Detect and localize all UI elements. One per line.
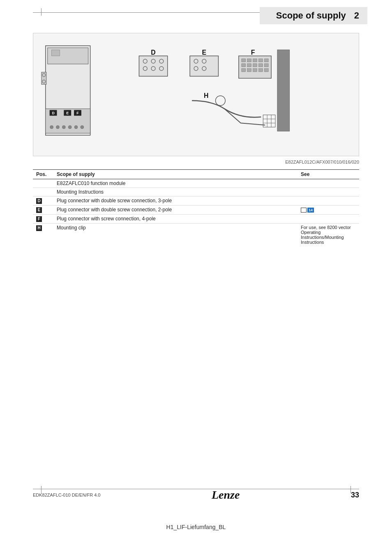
see-icon-blue: 14 [307, 208, 314, 213]
cell-see [297, 197, 359, 206]
svg-rect-41 [247, 64, 251, 67]
cell-description: Plug connector with screw connection, 4-… [53, 215, 297, 224]
svg-rect-43 [258, 64, 263, 67]
svg-rect-45 [242, 69, 246, 72]
cell-pos: H [33, 224, 53, 246]
cell-pos [33, 188, 53, 197]
cell-description: Plug connector with double screw connect… [53, 206, 297, 215]
table-row: EPlug connector with double screw connec… [33, 206, 359, 215]
main-content: D E F D [33, 33, 359, 246]
table-row: HMounting clipFor use, see 8200 vector O… [33, 224, 359, 246]
svg-text:F: F [76, 111, 79, 115]
svg-rect-48 [258, 69, 263, 72]
cell-pos: F [33, 215, 53, 224]
svg-point-11 [56, 125, 60, 129]
svg-rect-47 [253, 69, 257, 72]
table-row: Mounting Instructions [33, 188, 359, 197]
svg-rect-39 [264, 59, 268, 62]
col-see: See [297, 170, 359, 179]
footer-left: EDK82ZAFLC-010 DE/EN/FR 4.0 [33, 493, 100, 497]
page-number-header: 2 [354, 10, 359, 21]
svg-text:D: D [52, 111, 55, 115]
svg-point-52 [216, 96, 226, 106]
svg-rect-50 [277, 50, 290, 131]
svg-rect-44 [264, 64, 268, 67]
cell-description: Mounting Instructions [53, 188, 297, 197]
page-title: Scope of supply [276, 10, 346, 21]
diagram-svg: D E F D [37, 37, 355, 152]
svg-rect-2 [52, 50, 60, 56]
svg-text:F: F [251, 49, 255, 56]
svg-rect-40 [242, 64, 246, 67]
cell-description: E82ZAFLC010 function module [53, 179, 297, 188]
svg-rect-46 [247, 69, 251, 72]
cell-see [297, 188, 359, 197]
cell-pos [33, 179, 53, 188]
cell-see: For use, see 8200 vector Operating Instr… [297, 224, 359, 246]
svg-point-12 [62, 125, 65, 129]
cell-see [297, 215, 359, 224]
svg-rect-36 [247, 59, 251, 62]
svg-rect-49 [264, 69, 268, 72]
cell-description: Plug connector with double screw connect… [53, 197, 297, 206]
supply-table: Pos. Scope of supply See E82ZAFLC010 fun… [33, 169, 359, 246]
footer-page: 33 [351, 491, 359, 500]
pos-badge: E [36, 207, 42, 213]
svg-rect-35 [242, 59, 246, 62]
svg-point-15 [81, 125, 84, 129]
svg-text:D: D [151, 49, 155, 56]
cell-see [297, 179, 359, 188]
brand-logo: Lenze [212, 488, 240, 502]
pos-badge: D [36, 198, 42, 204]
diagram-container: D E F D [33, 33, 359, 156]
svg-point-10 [50, 125, 53, 129]
table-row: E82ZAFLC010 function module [33, 179, 359, 188]
pos-badge: F [36, 216, 42, 222]
col-pos: Pos. [33, 170, 53, 179]
footer: EDK82ZAFLC-010 DE/EN/FR 4.0 Lenze 33 [33, 488, 359, 502]
svg-rect-37 [253, 59, 257, 62]
page-header: Scope of supply 2 [0, 0, 392, 31]
svg-text:E: E [66, 111, 69, 115]
svg-point-14 [74, 125, 78, 129]
svg-text:E: E [202, 49, 207, 56]
col-description: Scope of supply [53, 170, 297, 179]
bottom-label: H1_LIF-Liefumfang_BL [0, 524, 392, 530]
svg-rect-42 [253, 64, 257, 67]
cell-description: Mounting clip [53, 224, 297, 246]
svg-rect-16 [42, 72, 46, 85]
svg-rect-38 [258, 59, 263, 62]
pos-badge: H [36, 225, 42, 231]
cell-pos: D [33, 197, 53, 206]
table-row: DPlug connector with double screw connec… [33, 197, 359, 206]
svg-text:H: H [204, 92, 208, 99]
diagram-caption: E82ZAFL012C/AFX007/010/016/020 [33, 160, 359, 164]
header-right: Scope of supply 2 [260, 7, 367, 24]
table-row: FPlug connector with screw connection, 4… [33, 215, 359, 224]
svg-point-13 [68, 125, 71, 129]
see-icon-box [301, 208, 307, 213]
cell-pos: E [33, 206, 53, 215]
cell-see: 14 [297, 206, 359, 215]
